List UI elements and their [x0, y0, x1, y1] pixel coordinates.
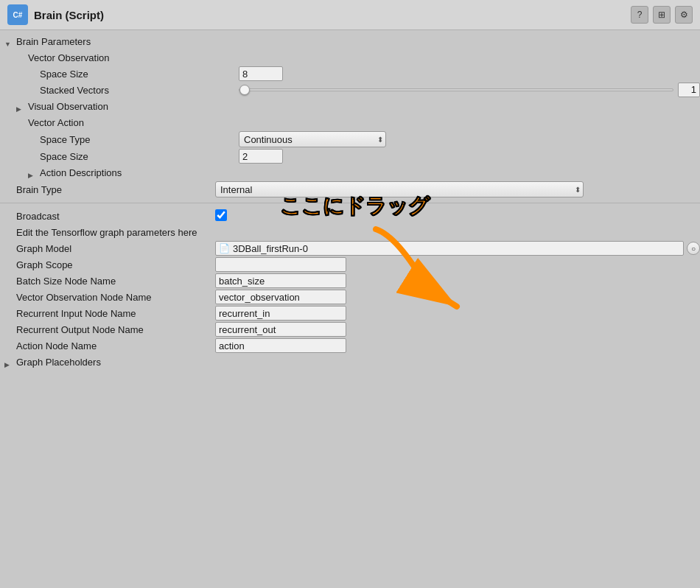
recurrent-output-node-label: Recurrent Output Node Name	[16, 324, 208, 335]
brain-type-select-wrapper: Internal External Player Heuristic	[215, 181, 584, 197]
brain-parameters-label: Brain Parameters	[16, 36, 91, 47]
tensorflow-edit-row: Edit the Tensorflow graph parameters her…	[0, 224, 700, 240]
header-icons: ? ⊞ ⚙	[631, 6, 693, 24]
broadcast-checkbox-container	[215, 209, 700, 223]
space-type-value-container: Continuous Discrete	[239, 131, 700, 147]
stacked-vectors-track[interactable]	[239, 88, 673, 91]
space-size-label: Space Size	[40, 69, 231, 80]
space-type-select[interactable]: Continuous Discrete	[239, 131, 386, 147]
cs-script-icon: C#	[7, 4, 28, 25]
visual-observation-row[interactable]: Visual Observation	[0, 98, 700, 114]
recurrent-input-node-row: Recurrent Input Node Name	[0, 305, 700, 321]
graph-placeholders-label: Graph Placeholders	[16, 357, 101, 368]
file-icon: 📄	[219, 243, 230, 253]
gear-icon-button[interactable]: ⚙	[675, 6, 693, 24]
recurrent-output-node-container	[215, 322, 700, 337]
content: Brain Parameters Vector Observation Spac…	[0, 30, 700, 373]
stacked-vectors-container: 1	[239, 83, 700, 97]
vector-action-label: Vector Action	[28, 117, 84, 128]
graph-scope-label: Graph Scope	[16, 259, 208, 270]
graph-placeholders-toggle[interactable]	[4, 358, 13, 367]
layout-icon-button[interactable]: ⊞	[653, 6, 671, 24]
action-node-container	[215, 338, 700, 353]
action-node-label: Action Node Name	[16, 340, 208, 351]
va-space-size-input[interactable]	[239, 149, 283, 164]
brain-type-select[interactable]: Internal External Player Heuristic	[215, 181, 584, 197]
vector-obs-node-row: Vector Observation Node Name	[0, 289, 700, 305]
batch-size-node-row: Batch Size Node Name	[0, 273, 700, 289]
visual-observation-label: Visual Observation	[28, 101, 108, 112]
vector-obs-space-size-row: Space Size	[0, 66, 700, 82]
main-panel: C# Brain (Script) ? ⊞ ⚙ Brain Parameters…	[0, 0, 700, 588]
space-type-label: Space Type	[40, 134, 231, 145]
va-space-size-container	[239, 149, 700, 164]
visual-obs-toggle[interactable]	[16, 102, 25, 111]
annotation-arrow	[368, 222, 516, 320]
action-descriptions-toggle[interactable]	[28, 169, 37, 178]
help-icon-button[interactable]: ?	[631, 6, 648, 24]
va-space-size-label: Space Size	[40, 151, 231, 162]
recurrent-output-node-row: Recurrent Output Node Name	[0, 321, 700, 337]
vector-action-row: Vector Action	[0, 114, 700, 130]
brain-type-label: Brain Type	[16, 184, 208, 195]
vector-action-space-size-row: Space Size	[0, 148, 700, 164]
broadcast-row: Broadcast	[0, 208, 700, 224]
action-descriptions-row[interactable]: Action Descriptions	[0, 164, 700, 181]
space-size-value-container	[239, 66, 700, 81]
brain-type-row: Brain Type Internal External Player Heur…	[0, 181, 700, 198]
graph-placeholders-row[interactable]: Graph Placeholders	[0, 354, 700, 370]
brain-parameters-toggle[interactable]	[4, 38, 13, 46]
recurrent-input-node-input[interactable]	[215, 306, 346, 321]
graph-model-picker-button[interactable]: ○	[687, 242, 700, 255]
action-descriptions-label: Action Descriptions	[40, 167, 122, 178]
graph-model-value: 3DBall_firstRun-0	[233, 243, 308, 254]
space-size-input[interactable]	[239, 66, 283, 81]
broadcast-checkbox[interactable]	[215, 209, 227, 221]
graph-scope-row: Graph Scope	[0, 256, 700, 273]
recurrent-input-node-label: Recurrent Input Node Name	[16, 308, 208, 319]
stacked-vectors-label: Stacked Vectors	[40, 85, 231, 96]
header-title: Brain (Script)	[34, 9, 104, 21]
vector-obs-node-label: Vector Observation Node Name	[16, 292, 208, 303]
brain-type-container: Internal External Player Heuristic	[215, 181, 700, 197]
header-left: C# Brain (Script)	[7, 4, 104, 25]
vector-obs-node-input[interactable]	[215, 290, 346, 304]
space-type-row: Space Type Continuous Discrete	[0, 130, 700, 148]
batch-size-node-label: Batch Size Node Name	[16, 276, 208, 287]
stacked-vectors-thumb[interactable]	[239, 85, 250, 95]
action-node-input[interactable]	[215, 338, 346, 353]
graph-scope-input[interactable]	[215, 257, 346, 272]
tensorflow-edit-label: Edit the Tensorflow graph parameters her…	[16, 225, 197, 239]
recurrent-output-node-input[interactable]	[215, 322, 346, 337]
action-node-row: Action Node Name	[0, 337, 700, 354]
vector-observation-row: Vector Observation	[0, 49, 700, 66]
stacked-vectors-row: Stacked Vectors 1	[0, 82, 700, 98]
stacked-vectors-value: 1	[678, 83, 700, 97]
vector-observation-label: Vector Observation	[28, 52, 110, 63]
content-area: Brain Parameters Vector Observation Spac…	[0, 30, 700, 373]
batch-size-node-input[interactable]	[215, 273, 346, 288]
broadcast-label: Broadcast	[16, 211, 208, 222]
brain-parameters-row[interactable]: Brain Parameters	[0, 33, 700, 49]
space-type-select-wrapper: Continuous Discrete	[239, 131, 386, 147]
graph-model-row: Graph Model 📄 3DBall_firstRun-0 ○	[0, 240, 700, 256]
separator-1	[0, 203, 700, 203]
graph-model-label: Graph Model	[16, 243, 208, 254]
header: C# Brain (Script) ? ⊞ ⚙	[0, 0, 700, 30]
